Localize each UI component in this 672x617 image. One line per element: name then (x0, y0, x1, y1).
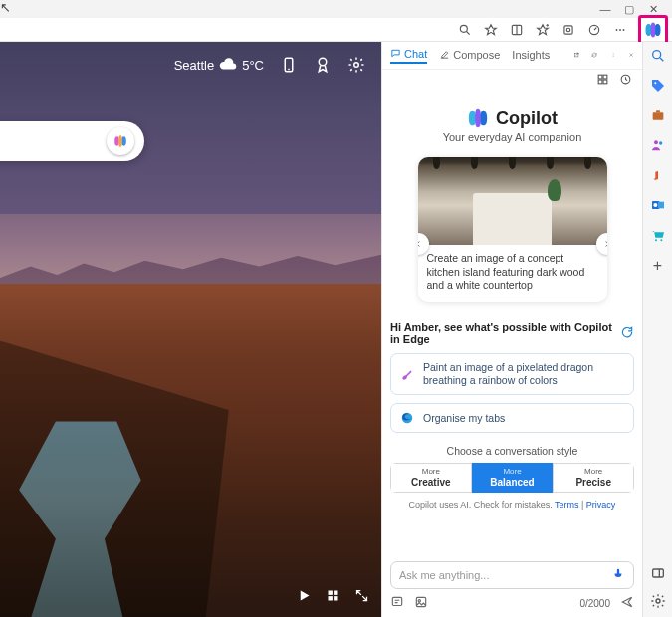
sidebar-toggle-icon[interactable] (650, 565, 666, 581)
ntp-top-bar: Seattle 5°C (0, 56, 381, 74)
panel-tabs: Chat Compose Insights (382, 42, 642, 70)
play-icon[interactable] (297, 588, 312, 607)
greeting-text: Hi Amber, see what's possible with Copil… (390, 321, 620, 345)
svg-point-38 (418, 600, 420, 602)
sidebar-search-icon[interactable] (650, 48, 666, 64)
switch-bg-icon[interactable] (326, 588, 340, 607)
main-area: Seattle 5°C Chat (0, 42, 672, 617)
svg-rect-36 (392, 597, 401, 605)
expand-icon[interactable] (354, 588, 369, 607)
greeting-row: Hi Amber, see what's possible with Copil… (390, 321, 634, 345)
favorite-icon[interactable] (481, 20, 501, 40)
suggestion-paint[interactable]: Paint an image of a pixelated dragon bre… (390, 353, 634, 395)
media-controls (297, 588, 369, 607)
minimize-button[interactable]: — (598, 2, 612, 16)
collections-icon[interactable] (507, 20, 527, 40)
sidebar-shopping-icon[interactable] (650, 227, 666, 243)
sidebar-add-button[interactable]: + (653, 257, 662, 275)
sidebar-outlook-icon[interactable] (650, 197, 666, 213)
svg-rect-43 (656, 110, 660, 112)
svg-rect-22 (334, 596, 337, 600)
favorites-add-icon[interactable] (533, 20, 553, 40)
new-tab-page: Seattle 5°C (0, 42, 381, 617)
rewards-icon[interactable] (314, 56, 332, 74)
suggestion-card[interactable]: Create an image of a concept kitchen isl… (418, 157, 607, 302)
terms-link[interactable]: Terms (555, 500, 579, 510)
svg-rect-21 (329, 596, 333, 600)
phone-icon[interactable] (280, 56, 298, 74)
panel-body: Copilot Your everyday AI companion Creat… (382, 92, 642, 617)
privacy-link[interactable]: Privacy (586, 500, 616, 510)
style-creative-button[interactable]: MoreCreative (390, 463, 472, 493)
suggestion-tabs-label: Organise my tabs (423, 412, 505, 425)
tab-chat-label: Chat (404, 48, 427, 60)
svg-point-13 (623, 29, 625, 31)
tab-compose-label: Compose (453, 49, 500, 61)
refresh-panel-icon[interactable] (591, 49, 597, 63)
svg-point-48 (653, 203, 657, 207)
svg-rect-19 (329, 591, 333, 595)
tab-insights-label: Insights (512, 49, 550, 61)
svg-point-17 (354, 63, 359, 68)
sidebar-office-icon[interactable] (650, 167, 666, 183)
sidebar-briefcase-icon[interactable] (650, 107, 666, 123)
card-prompt-text: Create an image of a concept kitchen isl… (418, 245, 607, 302)
tab-chat[interactable]: Chat (390, 48, 427, 64)
svg-point-11 (616, 29, 618, 31)
svg-point-26 (612, 57, 613, 58)
send-icon[interactable] (620, 595, 634, 611)
svg-point-25 (612, 55, 613, 56)
copilot-search-icon[interactable] (107, 127, 134, 155)
settings-icon[interactable] (347, 56, 365, 74)
disclaimer-text: Copilot uses AI. Check for mistakes. Ter… (409, 500, 616, 510)
suggestion-paint-label: Paint an image of a pixelated dragon bre… (423, 361, 624, 387)
maximize-button[interactable]: ▢ (622, 2, 636, 16)
sidebar-people-icon[interactable] (650, 137, 666, 153)
open-new-icon[interactable] (573, 49, 579, 63)
edge-icon (400, 411, 415, 425)
card-image (418, 157, 607, 245)
performance-icon[interactable] (584, 20, 604, 40)
svg-rect-42 (652, 112, 663, 119)
copilot-brand: Copilot (467, 107, 558, 129)
weather-temp: 5°C (242, 58, 264, 73)
new-topic-icon[interactable] (390, 595, 404, 611)
svg-point-39 (652, 51, 660, 59)
svg-rect-51 (652, 569, 663, 577)
refresh-suggestions-icon[interactable] (620, 325, 634, 341)
weather-widget[interactable]: Seattle 5°C (174, 56, 264, 74)
close-button[interactable]: ✕ (646, 2, 660, 16)
mic-icon[interactable] (611, 567, 625, 583)
tab-compose[interactable]: Compose (439, 49, 500, 63)
more-icon[interactable] (610, 20, 630, 40)
svg-marker-5 (538, 24, 549, 34)
sidebar-tag-icon[interactable] (650, 78, 666, 94)
tab-insights[interactable]: Insights (512, 49, 550, 63)
close-panel-icon[interactable] (628, 49, 634, 63)
ask-placeholder: Ask me anything... (399, 569, 490, 581)
history-icon[interactable] (619, 72, 632, 90)
extensions-icon[interactable] (559, 20, 578, 40)
svg-point-49 (655, 239, 657, 241)
svg-line-40 (660, 58, 663, 61)
svg-rect-20 (334, 591, 337, 595)
svg-point-45 (659, 141, 662, 144)
grid-icon[interactable] (596, 72, 609, 90)
svg-point-16 (319, 58, 327, 66)
zoom-icon[interactable] (455, 20, 475, 40)
sidebar-settings-icon[interactable] (650, 593, 666, 609)
cloud-icon (219, 56, 237, 74)
svg-point-44 (654, 140, 658, 144)
search-box[interactable] (0, 121, 144, 161)
ask-input[interactable]: Ask me anything... (390, 561, 634, 589)
style-balanced-button[interactable]: MoreBalanced (472, 463, 554, 493)
svg-point-12 (619, 29, 621, 31)
more-panel-icon[interactable] (610, 49, 616, 63)
copilot-logo-icon (467, 107, 489, 129)
svg-rect-37 (416, 597, 425, 606)
add-image-icon[interactable] (414, 595, 428, 611)
suggestion-tabs[interactable]: Organise my tabs (390, 403, 634, 433)
svg-point-0 (460, 25, 467, 32)
copilot-toolbar-button[interactable] (642, 19, 664, 41)
style-precise-button[interactable]: MorePrecise (553, 463, 634, 493)
